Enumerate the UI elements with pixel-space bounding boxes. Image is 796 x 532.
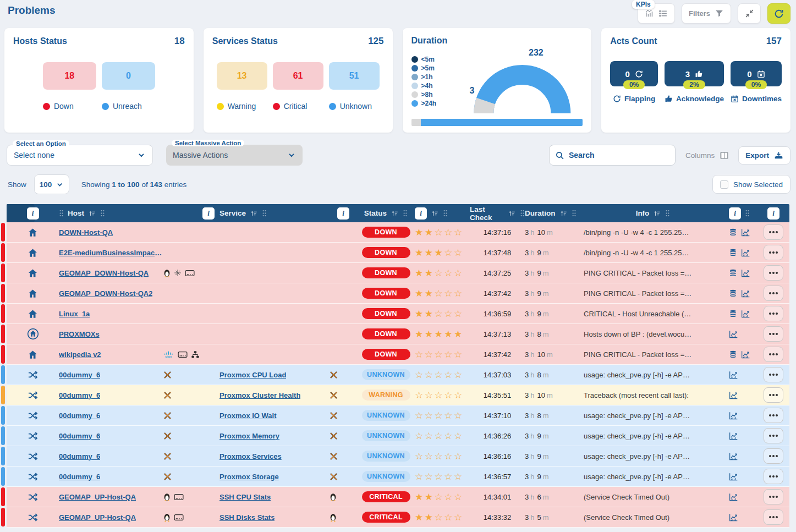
row-actions-button[interactable] [764,469,783,484]
sort-icon[interactable] [391,210,399,217]
row-actions-button[interactable] [764,265,783,281]
graph-icon[interactable] [741,289,750,298]
host-link[interactable]: wikipedia v2 [59,350,101,359]
row-actions-button[interactable] [764,224,783,240]
hosts-count-box[interactable]: 18 [43,62,96,90]
host-link[interactable]: GEOMAP_DOWN-Host-QA2 [59,289,152,298]
row-actions-button[interactable] [764,428,783,443]
extra-info-icon[interactable]: i [729,207,741,220]
drag-grip-icon[interactable] [520,209,525,217]
export-button[interactable]: Export [738,146,790,164]
host-link[interactable]: 00dummy_6 [59,412,100,420]
search-input[interactable] [569,151,669,160]
host-link[interactable]: PROXMOXs [59,330,100,338]
option-select[interactable]: Select an Option Select none [7,145,153,166]
status-info-icon[interactable]: i [337,207,349,220]
graph-icon[interactable] [741,269,750,277]
row-actions-button[interactable] [764,448,783,464]
graph-icon[interactable] [729,473,738,481]
drag-grip-icon[interactable] [100,209,105,217]
service-link[interactable]: Proxmox Storage [219,473,279,481]
massive-action-select[interactable]: Select Massive Action Massive Actions [166,145,303,166]
drag-grip-icon[interactable] [665,209,670,217]
row-actions-button[interactable] [764,509,783,525]
sort-icon[interactable] [508,210,516,217]
host-link[interactable]: 00dummy_6 [59,432,100,440]
graph-icon[interactable] [729,493,738,501]
column-header-status[interactable]: Status [357,209,415,217]
column-header-duration[interactable]: Duration [525,209,577,217]
services-count-box[interactable]: 13 [217,62,267,90]
graph-icon[interactable] [729,330,738,338]
drag-grip-icon[interactable] [572,209,577,217]
service-info-icon[interactable]: i [202,207,215,220]
service-link[interactable]: SSH CPU Stats [219,493,271,501]
row-actions-button[interactable] [764,286,783,301]
sort-icon[interactable] [88,210,96,217]
graph-icon[interactable] [729,432,738,440]
graph-icon[interactable] [741,249,750,257]
criticality-info-icon[interactable]: i [415,207,427,220]
kpi-list-icon[interactable] [658,9,668,18]
show-selected-button[interactable]: Show Selected [712,175,790,194]
services-count-box[interactable]: 51 [329,62,380,90]
host-link[interactable]: GEOMAP_DOWN-Host-QA [59,269,149,277]
service-link[interactable]: Proxmox CPU Load [219,371,286,379]
drag-grip-icon[interactable] [403,209,408,217]
database-icon[interactable] [729,248,737,257]
row-actions-button[interactable] [764,347,783,362]
host-link[interactable]: Linux_1a [59,310,90,318]
sort-icon[interactable] [559,210,568,217]
host-link[interactable]: 00dummy_6 [59,452,100,460]
service-link[interactable]: Proxmox Memory [219,432,279,440]
host-link[interactable]: 00dummy_6 [59,473,100,481]
row-actions-button[interactable] [764,387,783,403]
row-actions-button[interactable] [764,245,783,260]
column-header-criticality[interactable]: i [415,207,470,220]
graph-icon[interactable] [729,513,738,522]
service-link[interactable]: Proxmox Services [219,452,282,460]
column-header-extra[interactable]: i [729,207,757,220]
drag-grip-icon[interactable] [262,209,267,217]
page-size-select[interactable]: 100 [34,174,69,194]
host-info-icon[interactable]: i [27,207,39,220]
host-link[interactable]: GEOMAP_UP-Host-QA [59,493,136,501]
graph-icon[interactable] [741,228,750,237]
host-link[interactable]: GEOMAP_UP-Host-QA [59,513,136,522]
database-icon[interactable] [729,228,737,237]
host-link[interactable]: 00dummy_6 [59,371,100,379]
graph-icon[interactable] [729,371,738,379]
row-actions-button[interactable] [764,326,783,342]
show-selected-checkbox[interactable] [720,180,728,189]
actions-info-icon[interactable]: i [767,207,779,220]
column-header-last-check[interactable]: Last Check [470,205,525,222]
graph-icon[interactable] [729,412,738,420]
services-count-box[interactable]: 61 [273,62,323,90]
drag-grip-icon[interactable] [745,209,750,217]
database-icon[interactable] [729,309,737,318]
database-icon[interactable] [729,268,737,277]
row-actions-button[interactable] [764,408,783,423]
column-header-host[interactable]: Host [59,209,163,217]
sort-icon[interactable] [250,210,258,217]
collapse-button[interactable] [738,3,761,24]
columns-icon[interactable] [719,150,729,161]
drag-grip-icon[interactable] [59,209,64,217]
host-link[interactable]: E2E-mediumBusinessImpactHost [59,249,163,257]
sort-icon[interactable] [431,210,439,217]
service-link[interactable]: SSH Disks Stats [219,513,275,522]
service-link[interactable]: Proxmox IO Wait [219,412,277,420]
hosts-count-box[interactable]: 0 [102,62,155,90]
service-link[interactable]: Proxmox Cluster Health [219,391,300,399]
search-box[interactable] [549,145,676,166]
refresh-button[interactable] [767,3,790,24]
column-header-service[interactable]: Service [219,209,330,217]
kpi-chart-icon[interactable] [645,9,654,18]
column-header-info[interactable]: Info [577,209,729,217]
sort-icon[interactable] [653,210,661,217]
database-icon[interactable] [729,350,737,359]
database-icon[interactable] [729,289,737,298]
graph-icon[interactable] [741,310,750,318]
host-link[interactable]: 00dummy_6 [59,391,100,399]
graph-icon[interactable] [741,350,750,359]
